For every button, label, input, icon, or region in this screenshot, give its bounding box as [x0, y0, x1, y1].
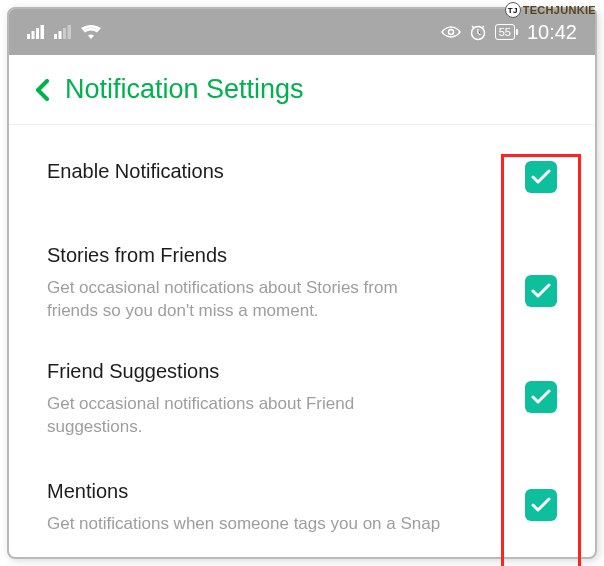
setting-description: Get occasional notifications about Stori… — [47, 277, 447, 323]
page-header: Notification Settings — [9, 55, 595, 125]
eye-icon — [441, 25, 461, 39]
status-time: 10:42 — [527, 21, 577, 44]
setting-description: Get occasional notifications about Frien… — [47, 393, 447, 439]
setting-stories-from-friends[interactable]: Stories from Friends Get occasional noti… — [9, 221, 595, 343]
checkbox-stories-from-friends[interactable] — [525, 275, 557, 307]
checkbox-friend-suggestions[interactable] — [525, 381, 557, 413]
check-icon — [531, 169, 551, 185]
signal-1-icon — [27, 25, 44, 39]
chevron-left-icon — [35, 79, 49, 101]
setting-description: Get notifications when someone tags you … — [47, 513, 447, 536]
signal-2-icon — [54, 25, 71, 39]
setting-title: Enable Notifications — [47, 159, 525, 183]
battery-icon: 55 — [495, 24, 515, 40]
setting-friend-suggestions[interactable]: Friend Suggestions Get occasional notifi… — [9, 343, 595, 451]
setting-title: Friend Suggestions — [47, 359, 525, 383]
checkbox-mentions[interactable] — [525, 489, 557, 521]
watermark-text: TECHJUNKIE — [523, 4, 596, 16]
setting-mentions[interactable]: Mentions Get notifications when someone … — [9, 451, 595, 556]
check-icon — [531, 497, 551, 513]
setting-title: Mentions — [47, 479, 525, 503]
svg-point-0 — [448, 30, 453, 35]
alarm-icon — [469, 23, 487, 41]
wifi-icon — [81, 25, 101, 39]
settings-list: Enable Notifications Stories from Friend… — [9, 125, 595, 556]
setting-enable-notifications[interactable]: Enable Notifications — [9, 125, 595, 221]
techjunkie-logo-icon — [505, 2, 521, 18]
setting-title: Stories from Friends — [47, 243, 525, 267]
watermark-brand: TECHJUNKIE — [505, 2, 596, 18]
back-button[interactable] — [31, 79, 53, 101]
page-title: Notification Settings — [65, 74, 304, 105]
checkbox-enable-notifications[interactable] — [525, 161, 557, 193]
check-icon — [531, 389, 551, 405]
device-frame: 55 10:42 Notification Settings Enable No… — [7, 7, 597, 559]
check-icon — [531, 283, 551, 299]
